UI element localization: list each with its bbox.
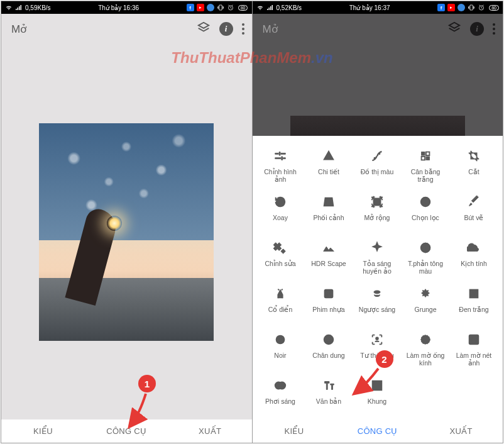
signal-icon <box>15 4 23 11</box>
menu-icon[interactable] <box>242 23 244 35</box>
svg-point-15 <box>331 291 331 292</box>
tool-label: Đen trắng <box>452 306 496 313</box>
status-bar: 0,59KB/s Thứ bảy 16:36 f ▸ 80 <box>1 1 252 14</box>
svg-point-16 <box>326 296 327 296</box>
app-notif-icon <box>207 4 214 11</box>
brush-icon <box>466 194 481 209</box>
app-bar: Mở i <box>1 14 252 44</box>
svg-point-34 <box>425 339 426 340</box>
tool-bw[interactable]: Đen trắng <box>450 280 498 326</box>
facebook-icon: f <box>187 4 194 11</box>
tool-rotate[interactable]: Xoay <box>256 188 305 234</box>
tool-crop[interactable]: Cắt <box>450 142 498 188</box>
alarm-icon <box>478 4 485 11</box>
tool-vintage[interactable]: Cổ điển <box>256 280 305 326</box>
tab-styles[interactable]: KIỂU <box>253 426 336 436</box>
tool-label: Ngược sáng <box>355 306 399 313</box>
tool-label: Noir <box>258 352 302 359</box>
tool-brush[interactable]: Bút vẽ <box>450 188 498 234</box>
editor-canvas[interactable] <box>1 44 252 419</box>
signal-icon <box>266 4 274 11</box>
tab-export[interactable]: XUẤT <box>168 426 252 436</box>
annotation-badge-1: 1 <box>138 375 156 392</box>
svg-point-20 <box>278 338 282 341</box>
tool-double[interactable]: Phơi sáng <box>256 372 305 418</box>
retrolux-icon <box>370 286 385 301</box>
vintage-icon <box>273 286 288 301</box>
status-bar: 0,52KB/s Thứ bảy 16:37 f ▸ 80 <box>253 1 503 14</box>
vignette-icon <box>466 332 481 347</box>
tab-tools[interactable]: CÔNG CỤ <box>336 426 419 436</box>
tab-styles[interactable]: KIỂU <box>1 426 85 436</box>
tool-label: Cắt <box>452 168 496 175</box>
headpose-icon <box>370 332 385 347</box>
tool-tune[interactable]: Chỉnh hình ảnh <box>256 142 305 188</box>
tool-vignette[interactable]: Làm mờ nét ảnh <box>450 326 498 372</box>
tool-label: Chi tiết <box>307 168 351 175</box>
tool-label: Phối cảnh <box>307 214 351 221</box>
status-net: 0,52KB/s <box>277 4 302 11</box>
svg-point-13 <box>327 292 331 296</box>
wifi-icon <box>256 4 264 11</box>
svg-point-32 <box>423 341 424 342</box>
svg-rect-40 <box>374 382 380 388</box>
tool-glamour[interactable]: Tỏa sáng huyền ảo <box>353 234 402 280</box>
svg-rect-7 <box>426 157 430 160</box>
bottom-tabs: KIỂU CÔNG CỤ XUẤT <box>1 419 252 443</box>
info-icon[interactable]: i <box>470 22 484 36</box>
tool-retrolux[interactable]: Ngược sáng <box>353 280 402 326</box>
rotate-icon <box>273 194 288 209</box>
svg-point-14 <box>326 291 327 292</box>
info-icon[interactable]: i <box>219 22 233 36</box>
tool-portrait[interactable]: Chân dung <box>305 326 353 372</box>
tool-grainy[interactable]: Phim nhựa <box>305 280 353 326</box>
vibrate-icon <box>468 4 475 11</box>
status-time: Thứ bảy 16:37 <box>349 4 390 11</box>
crop-icon <box>466 148 481 164</box>
app-title[interactable]: Mở <box>11 23 26 36</box>
tool-hdr[interactable]: HDR Scape <box>305 234 353 280</box>
battery-indicator: 80 <box>489 5 499 11</box>
tool-headpose[interactable]: Tư thế đầu <box>353 326 402 372</box>
tab-export[interactable]: XUẤT <box>419 426 503 436</box>
tool-text[interactable]: Văn bản <box>305 372 353 418</box>
tab-tools[interactable]: CÔNG CỤ <box>85 426 168 436</box>
tool-perspective[interactable]: Phối cảnh <box>305 188 353 234</box>
tool-label: Mở rộng <box>355 214 399 221</box>
layers-icon[interactable] <box>197 21 211 37</box>
svg-point-26 <box>326 338 327 339</box>
tool-label: Phim nhựa <box>307 306 351 313</box>
svg-point-24 <box>282 341 283 343</box>
svg-rect-6 <box>422 157 425 160</box>
tool-noir[interactable]: Noir <box>256 326 305 372</box>
app-title[interactable]: Mở <box>263 23 278 36</box>
expand-icon <box>370 194 385 209</box>
facebook-icon: f <box>437 4 445 11</box>
tool-drama[interactable]: Kịch tính <box>450 234 498 280</box>
battery-indicator: 80 <box>238 5 248 11</box>
alarm-icon <box>227 4 234 11</box>
tool-label: Cân bằng trắng <box>403 168 447 183</box>
grainy-icon <box>321 286 336 301</box>
tool-grunge[interactable]: Grunge <box>402 280 450 326</box>
tool-details[interactable]: Chi tiết <box>305 142 353 188</box>
tool-curves[interactable]: Đồ thị màu <box>353 142 402 188</box>
layers-icon[interactable] <box>447 21 461 37</box>
menu-icon[interactable] <box>493 23 495 35</box>
svg-point-22 <box>282 336 283 338</box>
tool-label: Bút vẽ <box>452 214 496 221</box>
svg-rect-5 <box>426 152 430 156</box>
tool-white-balance[interactable]: Cân bằng trắng <box>402 142 450 188</box>
tool-expand[interactable]: Mở rộng <box>353 188 402 234</box>
tool-selective[interactable]: Chọn lọc <box>402 188 450 234</box>
tool-label: Chỉnh hình ảnh <box>258 168 302 183</box>
tool-lensblur[interactable]: Làm mờ ống kính <box>402 326 450 372</box>
tool-tonal[interactable]: T.phản tông màu <box>402 234 450 280</box>
svg-point-23 <box>277 341 278 343</box>
svg-point-36 <box>471 337 476 341</box>
phone-left: 0,59KB/s Thứ bảy 16:36 f ▸ 80 Mở i <box>1 1 252 443</box>
tool-label: T.phản tông màu <box>403 260 447 275</box>
white-balance-icon <box>418 148 433 164</box>
tool-healing[interactable]: Chỉnh sửa <box>256 234 305 280</box>
tool-frames[interactable]: Khung <box>353 372 402 418</box>
